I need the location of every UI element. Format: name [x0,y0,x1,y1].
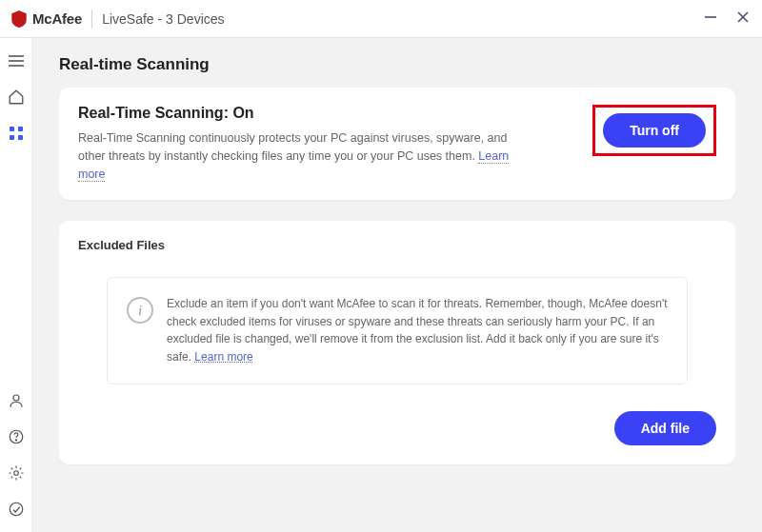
rts-description-text: Real-Time Scanning continuously protects… [78,131,507,163]
brand: McAfee [11,10,82,28]
menu-icon[interactable] [7,51,26,70]
svg-point-12 [15,440,16,441]
svg-rect-7 [18,127,23,131]
help-icon[interactable] [7,427,26,446]
excluded-files-title: Excluded Files [78,238,716,252]
rts-heading: Real-Time Scanning: On [78,105,577,122]
add-file-button[interactable]: Add file [614,411,716,445]
excluded-learn-more-link[interactable]: Learn more [194,350,252,364]
rts-description: Real-Time Scanning continuously protects… [78,129,535,183]
settings-icon[interactable] [7,463,26,483]
svg-rect-9 [18,135,23,140]
brand-name: McAfee [32,10,82,27]
excluded-info-box: i Exclude an item if you don't want McAf… [107,277,688,384]
minimize-button[interactable] [703,10,718,29]
svg-point-14 [10,502,23,516]
window-controls [703,10,751,29]
realtime-scanning-card: Real-Time Scanning: On Real-Time Scannin… [59,88,735,200]
svg-point-10 [13,395,19,401]
svg-rect-6 [10,127,14,131]
info-icon: i [127,297,153,324]
mcafee-shield-icon [11,10,27,28]
turn-off-highlight: Turn off [592,105,716,156]
feedback-icon[interactable] [7,500,26,519]
home-icon[interactable] [7,88,26,107]
excluded-files-card: Excluded Files i Exclude an item if you … [59,221,735,463]
close-button[interactable] [735,10,751,29]
apps-icon[interactable] [7,124,26,143]
titlebar: McAfee LiveSafe - 3 Devices [0,0,762,38]
account-icon[interactable] [7,391,26,410]
page-title: Real-time Scanning [59,55,735,74]
svg-rect-8 [10,135,14,140]
sidebar [0,38,32,532]
turn-off-button[interactable]: Turn off [603,113,706,148]
product-name: LiveSafe - 3 Devices [102,11,224,27]
brand-divider [91,10,92,29]
content: Real-time Scanning Real-Time Scanning: O… [32,38,762,532]
svg-point-13 [13,471,18,476]
excluded-info-text: Exclude an item if you don't want McAfee… [167,295,668,365]
